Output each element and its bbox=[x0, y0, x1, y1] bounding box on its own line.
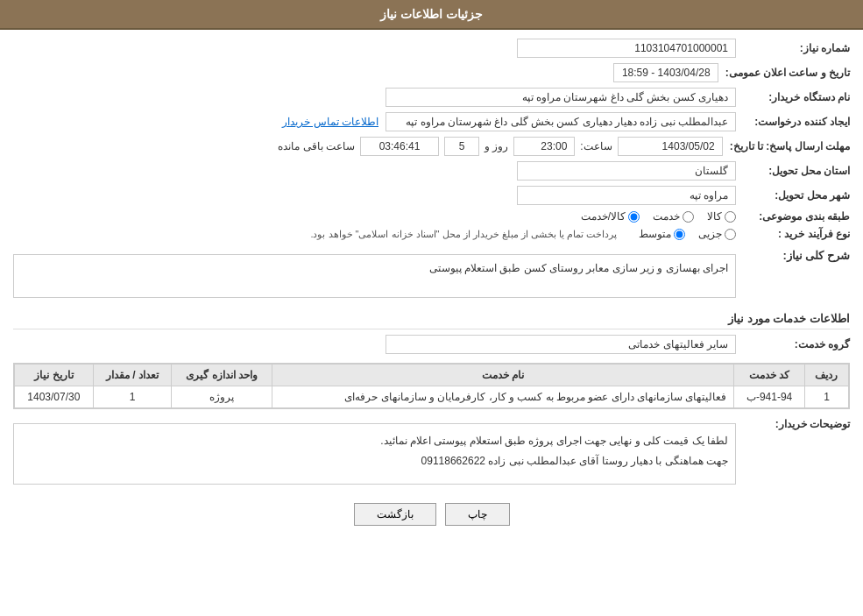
city-label: شهر محل تحویل: bbox=[736, 189, 850, 202]
deadline-values: 1403/05/02 ساعت: 23:00 روز و 5 03:46:41 … bbox=[278, 137, 722, 156]
deadline-row: مهلت ارسال پاسخ: تا تاریخ: 1403/05/02 سا… bbox=[13, 137, 850, 156]
services-table-element: ردیف کد خدمت نام خدمت واحد اندازه گیری ت… bbox=[14, 364, 849, 408]
purchase-option-medium: متوسط bbox=[639, 228, 685, 240]
general-desc-label: شرح کلی نیاز: bbox=[736, 249, 850, 262]
publish-date-row: تاریخ و ساعت اعلان عمومی: 1403/04/28 - 1… bbox=[13, 63, 850, 82]
table-header-row: ردیف کد خدمت نام خدمت واحد اندازه گیری ت… bbox=[15, 365, 849, 386]
province-row: استان محل تحویل: گلستان bbox=[13, 161, 850, 181]
service-group-label: گروه خدمت: bbox=[736, 338, 850, 350]
category-radio-group: کالا خدمت کالا/خدمت bbox=[581, 210, 736, 223]
col-unit: واحد اندازه گیری bbox=[172, 365, 272, 386]
content-area: شماره نیاز: 1103104701000001 تاریخ و ساع… bbox=[0, 30, 863, 535]
creator-contact-link[interactable]: اطلاعات تماس خریدار bbox=[282, 116, 378, 128]
services-section-title: اطلاعات خدمات مورد نیاز bbox=[13, 312, 850, 329]
buyer-org-row: نام دستگاه خریدار: دهیاری کسن بخش گلی دا… bbox=[13, 88, 850, 107]
purchase-radio-medium[interactable] bbox=[674, 229, 685, 240]
col-date: تاریخ نیاز bbox=[15, 365, 94, 386]
category-radio-goods[interactable] bbox=[725, 211, 736, 223]
category-radio-service[interactable] bbox=[683, 211, 694, 223]
purchase-option-minor: جزیی bbox=[698, 228, 736, 240]
service-group-value: سایر فعالیتهای خدماتی bbox=[386, 335, 736, 354]
buyer-notes-label: توضیحات خریدار: bbox=[736, 418, 850, 430]
deadline-remaining: 03:46:41 bbox=[360, 137, 439, 156]
city-row: شهر محل تحویل: مراوه تپه bbox=[13, 186, 850, 205]
page-header: جزئیات اطلاعات نیاز bbox=[0, 0, 863, 30]
request-number-value: 1103104701000001 bbox=[517, 39, 736, 58]
publish-date-value: 1403/04/28 - 18:59 bbox=[613, 63, 718, 82]
province-label: استان محل تحویل: bbox=[736, 165, 850, 177]
button-row: چاپ بازگشت bbox=[13, 503, 850, 526]
category-option-service: خدمت bbox=[653, 210, 694, 223]
category-label: طبقه بندی موضوعی: bbox=[736, 210, 850, 223]
category-option-both: کالا/خدمت bbox=[581, 210, 640, 223]
buyer-notes-value: لطفا یک قیمت کلی و نهایی جهت اجرای پروژه… bbox=[13, 423, 736, 485]
buyer-org-label: نام دستگاه خریدار: bbox=[736, 91, 850, 103]
print-button[interactable]: چاپ bbox=[445, 503, 510, 526]
creator-row: ایجاد کننده درخواست: عبدالمطلب نبی زاده … bbox=[13, 112, 850, 131]
table-row: 1 941-94-ب فعالیتهای سازمانهای دارای عضو… bbox=[15, 386, 849, 408]
deadline-days: 5 bbox=[444, 137, 479, 156]
cell-row-num: 1 bbox=[804, 386, 848, 408]
cell-service-name: فعالیتهای سازمانهای دارای عضو مربوط به ک… bbox=[272, 386, 734, 408]
category-goods-label: کالا bbox=[707, 210, 722, 223]
deadline-remaining-label: ساعت باقی مانده bbox=[278, 140, 355, 152]
category-radio-both[interactable] bbox=[628, 211, 640, 223]
purchase-type-row: نوع فرآیند خرید : جزیی متوسط پرداخت تمام… bbox=[13, 228, 850, 240]
request-number-label: شماره نیاز: bbox=[736, 42, 850, 54]
category-option-goods: کالا bbox=[707, 210, 736, 223]
creator-label: ایجاد کننده درخواست: bbox=[736, 116, 850, 128]
col-row-num: ردیف bbox=[804, 365, 848, 386]
buyer-notes-section: توضیحات خریدار: لطفا یک قیمت کلی و نهایی… bbox=[13, 418, 850, 490]
cell-date: 1403/07/30 bbox=[15, 386, 94, 408]
service-group-row: گروه خدمت: سایر فعالیتهای خدماتی bbox=[13, 335, 850, 354]
category-service-label: خدمت bbox=[653, 210, 680, 223]
deadline-label: مهلت ارسال پاسخ: تا تاریخ: bbox=[723, 140, 850, 152]
page-container: جزئیات اطلاعات نیاز شماره نیاز: 11031047… bbox=[0, 0, 863, 616]
publish-date-label: تاریخ و ساعت اعلان عمومی: bbox=[718, 67, 850, 79]
cell-service-code: 941-94-ب bbox=[734, 386, 805, 408]
back-button[interactable]: بازگشت bbox=[354, 503, 436, 526]
province-value: گلستان bbox=[517, 161, 736, 181]
purchase-medium-label: متوسط bbox=[639, 228, 671, 240]
request-number-row: شماره نیاز: 1103104701000001 bbox=[13, 39, 850, 58]
creator-value: عبدالمطلب نبی زاده دهیار دهیاری کسن بخش … bbox=[386, 112, 736, 131]
col-quantity: تعداد / مقدار bbox=[93, 365, 172, 386]
general-desc-section: شرح کلی نیاز: اجرای بهسازی و زیر سازی مع… bbox=[13, 249, 850, 303]
category-both-label: کالا/خدمت bbox=[581, 210, 626, 223]
general-desc-value: اجرای بهسازی و زیر سازی معابر روستای کسن… bbox=[13, 254, 736, 298]
purchase-radio-minor[interactable] bbox=[725, 229, 736, 240]
deadline-days-label: روز و bbox=[485, 140, 508, 152]
purchase-type-radio-group: جزیی متوسط پرداخت تمام یا بخشی از مبلغ خ… bbox=[310, 228, 736, 240]
purchase-type-label: نوع فرآیند خرید : bbox=[736, 228, 850, 240]
deadline-date: 1403/05/02 bbox=[618, 137, 723, 156]
buyer-org-value: دهیاری کسن بخش گلی داغ شهرستان مراوه تپه bbox=[386, 88, 736, 107]
city-value: مراوه تپه bbox=[517, 186, 736, 205]
col-service-name: نام خدمت bbox=[272, 365, 734, 386]
purchase-minor-label: جزیی bbox=[698, 228, 722, 240]
col-service-code: کد خدمت bbox=[734, 365, 805, 386]
category-row: طبقه بندی موضوعی: کالا خدمت کالا/خدمت bbox=[13, 210, 850, 223]
deadline-time-label: ساعت: bbox=[580, 140, 612, 152]
header-title: جزئیات اطلاعات نیاز bbox=[380, 7, 483, 21]
deadline-time: 23:00 bbox=[513, 137, 575, 156]
cell-unit: پروژه bbox=[172, 386, 272, 408]
cell-quantity: 1 bbox=[93, 386, 172, 408]
services-table: ردیف کد خدمت نام خدمت واحد اندازه گیری ت… bbox=[13, 363, 850, 409]
purchase-note: پرداخت تمام یا بخشی از مبلغ خریدار از مح… bbox=[310, 229, 617, 240]
